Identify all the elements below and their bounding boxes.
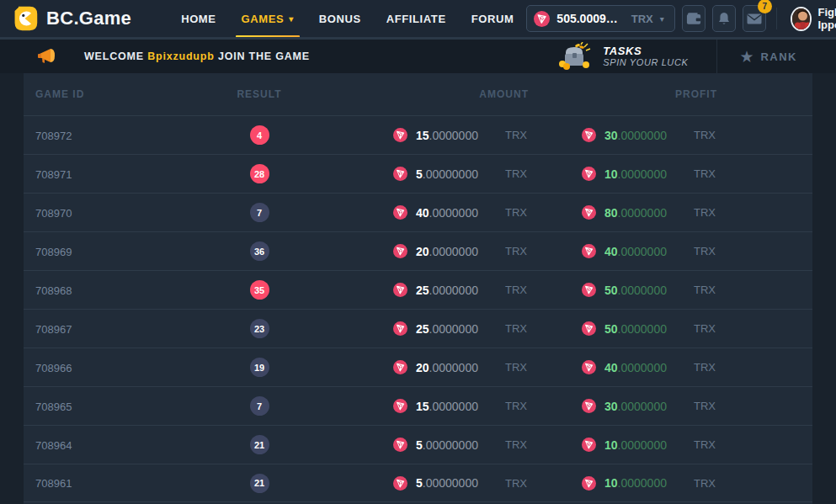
announcement-banner: WELCOME Bpixzudupb JOIN THE GAME [0, 40, 836, 73]
tasks-subtitle: SPIN YOUR LUCK [603, 57, 688, 68]
nav-label: BONUS [319, 13, 361, 25]
table-header-row: GAME ID RESULT AMOUNT PROFIT [24, 73, 812, 115]
result-badge: 7 [250, 396, 269, 416]
welcome-message: WELCOME Bpixzudupb JOIN THE GAME [84, 50, 310, 62]
result-badge: 4 [250, 125, 269, 145]
main-nav: HOME GAMES▾ BONUS AFFILIATE FORUM [168, 0, 526, 37]
game-id: 708961 [35, 477, 72, 490]
bet-amount: 20.0000000 [416, 361, 488, 374]
username: Fight Ippo [818, 6, 836, 31]
currency-label: TRX [694, 322, 717, 335]
currency-label: TRX [694, 477, 717, 490]
result-badge: 28 [250, 164, 269, 183]
bet-amount: 15.0000000 [416, 400, 488, 413]
profit-amount: 10.0000000 [604, 476, 677, 490]
trx-coin-icon [393, 205, 407, 220]
table-row[interactable]: 708971 28 5.00000000 TRX 10.0000000 TRX [24, 154, 812, 193]
profit-amount: 80.0000000 [604, 206, 677, 220]
currency-label: TRX [694, 361, 717, 374]
bet-amount: 5.00000000 [416, 167, 488, 181]
currency-label: TRX [505, 400, 529, 412]
profit-amount: 30.0000000 [604, 400, 677, 413]
nav-label: AFFILIATE [386, 13, 446, 25]
table-row[interactable]: 708970 7 40.0000000 TRX 80.0000000 TRX [24, 193, 812, 231]
treasure-chest-icon [556, 42, 593, 71]
profit-amount: 10.0000000 [604, 167, 677, 181]
tasks-shortcut[interactable]: TASKS SPIN YOUR LUCK [556, 42, 716, 71]
nav-label: FORUM [471, 13, 514, 25]
rank-shortcut[interactable]: ★ RANK [716, 40, 819, 73]
currency-label: TRX [694, 245, 717, 257]
trx-coin-icon [393, 128, 407, 142]
table-row[interactable]: 708961 21 5.00000000 TRX 10.0000000 TRX [24, 464, 812, 502]
banner-right: TASKS SPIN YOUR LUCK ★ RANK [556, 40, 819, 73]
tasks-title: TASKS [603, 45, 688, 57]
currency-label: TRX [505, 129, 529, 141]
balance-currency: TRX [631, 13, 653, 25]
table-row[interactable]: 708967 23 25.0000000 TRX 50.0000000 TRX [24, 309, 812, 347]
bet-amount: 25.0000000 [416, 322, 488, 336]
game-id: 708964 [35, 439, 72, 452]
currency-label: TRX [505, 322, 529, 335]
star-icon: ★ [739, 49, 753, 65]
currency-label: TRX [694, 129, 717, 141]
table-row[interactable]: 708968 35 25.0000000 TRX 50.0000000 TRX [24, 270, 812, 309]
column-header-amount: AMOUNT [310, 88, 554, 100]
currency-label: TRX [505, 477, 529, 490]
table-row[interactable]: 708969 36 20.0000000 TRX 40.0000000 TRX [24, 231, 812, 270]
bet-amount: 5.00000000 [416, 438, 488, 452]
table-row[interactable]: 708965 7 15.0000000 TRX 30.0000000 TRX [24, 386, 812, 425]
column-header-result: RESULT [209, 88, 310, 100]
profit-amount: 10.0000000 [604, 438, 677, 452]
bet-amount: 5.00000000 [416, 476, 488, 490]
table-row[interactable]: 708966 19 20.0000000 TRX 40.0000000 TRX [24, 347, 812, 386]
game-id: 708968 [35, 284, 72, 297]
trx-coin-icon [582, 128, 596, 142]
trx-coin-icon [582, 360, 596, 374]
game-id: 708972 [35, 130, 72, 142]
currency-label: TRX [505, 206, 529, 219]
nav-item-forum[interactable]: FORUM [459, 0, 527, 37]
bet-amount: 40.0000000 [416, 206, 488, 220]
game-id: 708967 [35, 323, 72, 336]
balance-value: 505.0009… [556, 12, 617, 25]
profit-amount: 50.0000000 [604, 322, 677, 336]
table-body: 708972 4 15.0000000 TRX 30.0000000 TRX 7… [24, 115, 812, 502]
chevron-down-icon: ▾ [289, 14, 294, 24]
game-id: 708966 [35, 362, 72, 374]
currency-label: TRX [505, 245, 529, 257]
nav-item-bonus[interactable]: BONUS [306, 0, 374, 37]
currency-label: TRX [505, 284, 529, 296]
table-row[interactable]: 708964 21 5.00000000 TRX 10.0000000 TRX [24, 425, 812, 464]
bet-amount: 15.0000000 [416, 129, 488, 142]
profit-amount: 40.0000000 [604, 361, 677, 374]
chevron-down-icon: ▾ [660, 14, 664, 24]
welcome-username: Bpixzudupb [147, 50, 215, 62]
result-badge: 19 [250, 358, 269, 377]
wallet-button[interactable] [682, 5, 706, 32]
profit-amount: 50.0000000 [604, 284, 677, 297]
nav-item-affiliate[interactable]: AFFILIATE [374, 0, 459, 37]
brand-logo[interactable]: BC.Game [12, 5, 131, 32]
column-header-game-id: GAME ID [24, 88, 209, 100]
main-content: GAME ID RESULT AMOUNT PROFIT 708972 4 15… [0, 73, 836, 504]
bell-icon [717, 12, 731, 26]
user-menu[interactable]: Fight Ippo ▾ [787, 6, 836, 31]
table-row[interactable]: 708972 4 15.0000000 TRX 30.0000000 TRX [24, 115, 812, 154]
nav-label: GAMES [242, 13, 285, 25]
game-id: 708969 [35, 246, 72, 258]
wallet-icon [686, 12, 701, 25]
balance-selector[interactable]: 505.0009… TRX ▾ [526, 5, 674, 32]
envelope-icon [747, 13, 762, 24]
currency-label: TRX [694, 206, 717, 219]
nav-item-games[interactable]: GAMES▾ [229, 0, 306, 37]
game-history-panel: GAME ID RESULT AMOUNT PROFIT 708972 4 15… [24, 73, 812, 504]
result-badge: 21 [250, 474, 269, 493]
result-badge: 35 [250, 280, 269, 300]
messages-button[interactable]: 7 [743, 5, 766, 32]
top-navbar: BC.Game HOME GAMES▾ BONUS AFFILIATE FORU… [0, 0, 836, 37]
nav-label: HOME [181, 13, 216, 25]
nav-item-home[interactable]: HOME [168, 0, 228, 37]
notifications-button[interactable] [712, 5, 736, 32]
trx-coin-icon [393, 321, 407, 336]
